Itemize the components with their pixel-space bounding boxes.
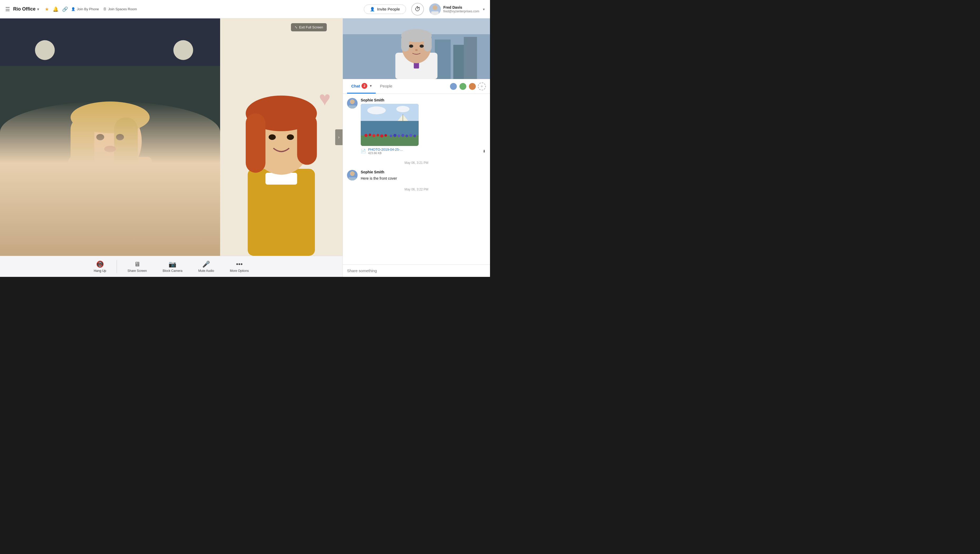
topbar-right: 👤 Invite People ⏱ Fred Davis fred@xyzent…: [364, 3, 485, 16]
svg-rect-66: [348, 177, 356, 180]
svg-point-52: [369, 134, 371, 136]
exit-fullscreen-icon: ⤡: [294, 25, 298, 29]
tab-chat[interactable]: Chat 2 ▾: [347, 79, 376, 94]
exit-fullscreen-label: Exit Full Screen: [299, 25, 323, 29]
user-profile[interactable]: Fred Davis fred@xyzenterprises.com ▾: [429, 3, 485, 15]
svg-rect-23: [246, 113, 266, 172]
panel-tabs: Chat 2 ▾ People +: [343, 79, 490, 94]
timer-button[interactable]: ⏱: [411, 3, 424, 16]
microphone-icon: 🎤: [202, 260, 210, 268]
more-options-icon: •••: [236, 260, 242, 268]
svg-point-16: [104, 146, 116, 152]
svg-point-54: [377, 134, 379, 136]
participant-avatar-2: [459, 83, 467, 90]
chat-message-2: Sophie Smith Here is the front cover: [347, 170, 486, 181]
chat-input[interactable]: [347, 268, 486, 273]
block-camera-button[interactable]: 📷 Block Camera: [155, 260, 190, 273]
svg-point-14: [96, 134, 104, 140]
share-screen-button[interactable]: 🖥 Share Screen: [119, 260, 154, 273]
participant-avatar-1: [449, 83, 457, 90]
star-icon[interactable]: ★: [45, 6, 49, 12]
svg-point-46: [396, 106, 409, 112]
svg-point-51: [364, 134, 368, 137]
svg-point-7: [39, 228, 181, 256]
message-image[interactable]: [361, 104, 418, 146]
svg-point-26: [287, 134, 294, 140]
svg-point-25: [269, 134, 276, 140]
message-content-1: Sophie Smith: [361, 98, 486, 155]
timer-icon: ⏱: [415, 6, 420, 13]
chat-input-area: [343, 265, 490, 277]
video-grid: ⤡ Exit Full Screen: [0, 18, 342, 256]
chat-message-1: Sophie Smith: [347, 98, 486, 155]
svg-point-4: [35, 40, 55, 60]
svg-rect-12: [70, 117, 94, 188]
svg-point-53: [372, 134, 375, 137]
svg-rect-37: [424, 35, 432, 51]
invite-people-button[interactable]: 👤 Invite People: [364, 5, 406, 14]
bell-icon[interactable]: 🔔: [52, 6, 59, 12]
sender-avatar-1: [347, 98, 358, 109]
svg-point-55: [380, 134, 383, 137]
collapse-panel-button[interactable]: ›: [335, 129, 342, 145]
sender-avatar-2: [347, 170, 358, 180]
topbar: ☰ Rio Office ▾ ★ 🔔 🔗 👤 Join By Phone 🗓 J…: [0, 0, 490, 18]
chat-area: Sophie Smith: [343, 94, 490, 265]
bottom-controls: 📵 Hang Up 🖥 Share Screen 📷 Block Camera …: [0, 256, 342, 277]
share-screen-icon: 🖥: [134, 260, 140, 268]
video-bg-2: ♥: [220, 18, 342, 256]
chat-tab-label: Chat: [351, 84, 360, 88]
invite-icon: 👤: [370, 7, 375, 11]
hang-up-button[interactable]: 📵 Hang Up: [86, 260, 114, 273]
join-by-phone-button[interactable]: 👤 Join By Phone: [71, 7, 99, 11]
more-options-button[interactable]: ••• More Options: [222, 260, 257, 273]
mute-audio-button[interactable]: 🎤 Mute Audio: [190, 260, 222, 273]
file-name[interactable]: PHOTO-2019-04-25-...: [368, 147, 403, 152]
chat-tab-chevron-icon[interactable]: ▾: [370, 84, 372, 88]
add-person-button[interactable]: +: [478, 83, 486, 90]
user-email: fred@xyzenterprises.com: [443, 10, 479, 13]
more-options-label: More Options: [230, 269, 249, 273]
video-area: ⤡ Exit Full Screen: [0, 18, 342, 277]
message-file-attachment: 📄 PHOTO-2019-04-25-... 423.66 KB ⬇: [361, 147, 486, 155]
tab-avatars: +: [449, 83, 486, 90]
svg-point-15: [116, 134, 124, 140]
svg-point-45: [367, 107, 386, 114]
sender-name-2: Sophie Smith: [361, 170, 486, 174]
hamburger-icon[interactable]: ☰: [5, 6, 10, 13]
svg-rect-36: [401, 35, 409, 51]
download-icon[interactable]: ⬇: [483, 149, 486, 153]
svg-rect-50: [361, 136, 418, 146]
join-spaces-button[interactable]: 🗓 Join Spaces Room: [103, 7, 137, 11]
exit-fullscreen-button[interactable]: ⤡ Exit Full Screen: [291, 23, 327, 31]
participant-video-thumbnail: [343, 18, 490, 79]
meeting-title: Rio Office ▾: [13, 6, 39, 12]
svg-point-56: [384, 134, 387, 137]
svg-rect-13: [114, 117, 138, 196]
profile-chevron-icon[interactable]: ▾: [483, 7, 485, 11]
svg-rect-8: [69, 157, 152, 256]
invite-label: Invite People: [377, 7, 400, 11]
svg-text:♥: ♥: [319, 88, 331, 110]
svg-point-58: [393, 134, 396, 137]
svg-point-40: [415, 49, 418, 51]
hang-up-icon: 📵: [96, 260, 104, 268]
video-tile-participant-1: [0, 18, 220, 256]
message-text: Here is the front cover: [361, 176, 486, 181]
right-panel: Chat 2 ▾ People +: [342, 18, 490, 277]
svg-point-39: [420, 45, 424, 48]
link-icon[interactable]: 🔗: [62, 6, 68, 12]
svg-rect-47: [361, 121, 418, 136]
people-tab-label: People: [380, 84, 392, 88]
participant-avatar-3: [468, 83, 476, 90]
svg-point-10: [78, 105, 142, 177]
file-size: 423.66 KB: [368, 152, 403, 155]
svg-rect-43: [348, 105, 356, 109]
tab-people[interactable]: People: [376, 79, 396, 94]
share-screen-label: Share Screen: [127, 269, 147, 273]
file-details: PHOTO-2019-04-25-... 423.66 KB: [368, 147, 403, 155]
message-timestamp-2: May 06, 3:22 PM: [347, 188, 486, 191]
topbar-left: ☰ Rio Office ▾ ★ 🔔 🔗 👤 Join By Phone 🗓 J…: [5, 6, 364, 13]
chevron-down-icon[interactable]: ▾: [37, 7, 39, 11]
camera-icon: 📷: [169, 260, 177, 268]
